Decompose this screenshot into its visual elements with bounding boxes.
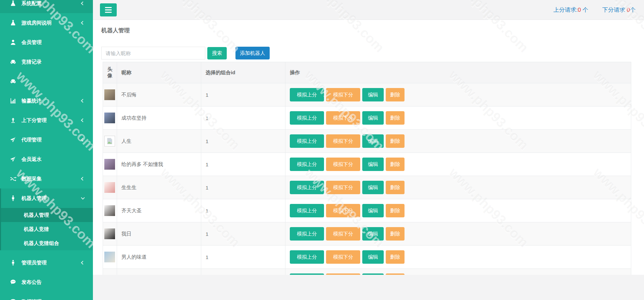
actions-cell: 模拟上分模拟下分编辑删除 (285, 106, 631, 130)
sidebar-subitem-robot-guess[interactable]: 机器人竞猜 (1, 222, 93, 236)
edit-button[interactable]: 编辑 (362, 204, 384, 217)
sidebar-item-agent-management[interactable]: 代理管理 (0, 130, 93, 149)
simulate-down-button[interactable]: 模拟下分 (326, 134, 360, 148)
nickname-cell: 生生生 (117, 176, 201, 199)
nickname-cell (117, 269, 201, 275)
sidebar-subitem-robot-management[interactable]: 机器人管理 (1, 208, 93, 222)
chevron-left-icon (81, 138, 85, 141)
actions-cell: 模拟上分模拟下分编辑删除 (285, 130, 631, 153)
edit-button[interactable]: 编辑 (362, 250, 384, 264)
sidebar-item-data-cleaning[interactable]: 数据清理 (0, 292, 93, 300)
avatar-cell (103, 199, 117, 222)
delete-button[interactable]: 删除 (386, 227, 405, 241)
delete-button[interactable]: 删除 (386, 273, 405, 275)
sidebar-menu: 系统配置 游戏房间说明 会员管理 竞猜记录 输赢统计 上下分管理 (0, 0, 93, 300)
robot-avatar (104, 228, 115, 239)
simulate-up-button[interactable]: 模拟上分 (290, 88, 324, 101)
sidebar-item-system-config[interactable]: 系统配置 (0, 0, 93, 13)
sidebar-item-robot-management[interactable]: 机器人管理 (1, 188, 93, 208)
edit-button[interactable]: 编辑 (362, 227, 384, 241)
paper-plane-icon (9, 156, 17, 163)
avatar-cell (103, 83, 117, 106)
nickname-search-input[interactable] (101, 47, 205, 59)
simulate-up-button[interactable]: 模拟上分 (290, 273, 324, 275)
avatar-cell (103, 153, 117, 176)
actions-cell: 模拟上分模拟下分编辑删除 (285, 222, 631, 246)
avatar-cell (103, 222, 117, 246)
delete-button[interactable]: 删除 (386, 88, 405, 101)
combo-id-cell: 1 (201, 153, 285, 176)
robot-avatar (104, 159, 115, 170)
simulate-up-button[interactable]: 模拟上分 (290, 134, 324, 148)
delete-button[interactable]: 删除 (386, 204, 405, 217)
simulate-up-button[interactable]: 模拟上分 (290, 158, 324, 171)
delete-button[interactable]: 删除 (386, 111, 405, 125)
nickname-cell: 成功在坚持 (117, 106, 201, 130)
sidebar-item-data-collection[interactable]: 数据采集 (0, 169, 93, 188)
actions-cell: 模拟上分模拟下分编辑删除 (285, 176, 631, 199)
robot-avatar (104, 182, 115, 193)
sidebar-item-car[interactable] (0, 72, 93, 91)
delete-button[interactable]: 删除 (386, 250, 405, 264)
sidebar: 系统配置 游戏房间说明 会员管理 竞猜记录 输赢统计 上下分管理 (0, 0, 93, 300)
flask-icon (9, 19, 17, 26)
table-row: 我日1模拟上分模拟下分编辑删除 (103, 222, 631, 246)
person-icon (9, 195, 17, 202)
sidebar-item-win-loss-stats[interactable]: 输赢统计 (0, 91, 93, 111)
sidebar-item-label: 代理管理 (21, 137, 42, 143)
up-request-count: 0 (578, 7, 581, 13)
sidebar-item-label: 会员返水 (21, 156, 42, 163)
simulate-up-button[interactable]: 模拟上分 (290, 111, 324, 125)
sidebar-item-label: 机器人管理 (21, 195, 47, 202)
sidebar-subitem-robot-guess-combo[interactable]: 机器人竞猜组合 (1, 236, 93, 250)
simulate-down-button[interactable]: 模拟下分 (326, 227, 360, 241)
simulate-up-button[interactable]: 模拟上分 (290, 250, 324, 264)
edit-button[interactable]: 编辑 (362, 273, 384, 275)
simulate-down-button[interactable]: 模拟下分 (326, 250, 360, 264)
delete-button[interactable]: 删除 (386, 134, 405, 148)
search-button[interactable]: 搜索 (207, 47, 227, 59)
down-score-request-link[interactable]: 下分请求 0个 (602, 6, 636, 14)
edit-button[interactable]: 编辑 (362, 181, 384, 194)
header-actions: 操作 (285, 62, 631, 83)
avatar-cell (103, 269, 117, 275)
sidebar-item-member-management[interactable]: 会员管理 (0, 33, 93, 52)
add-robot-button[interactable]: 添加机器人 (235, 47, 270, 59)
delete-button[interactable]: 删除 (386, 158, 405, 171)
sidebar-subitem-label: 机器人竞猜组合 (24, 240, 59, 247)
edit-button[interactable]: 编辑 (362, 158, 384, 171)
robots-table: 头像 昵称 选择的组合id 操作 不后悔1模拟上分模拟下分编辑删除成功在坚持1模… (103, 62, 631, 275)
simulate-up-button[interactable]: 模拟上分 (290, 181, 324, 194)
delete-button[interactable]: 删除 (386, 181, 405, 194)
sidebar-item-guess-records[interactable]: 竞猜记录 (0, 52, 93, 72)
combo-id-cell: 1 (201, 246, 285, 269)
table-row: 齐天大圣1模拟上分模拟下分编辑删除 (103, 199, 631, 222)
simulate-down-button[interactable]: 模拟下分 (326, 181, 360, 194)
simulate-up-button[interactable]: 模拟上分 (290, 227, 324, 241)
sidebar-item-admin-management[interactable]: 管理员管理 (0, 253, 93, 272)
up-score-request-link[interactable]: 上分请求:0 个 (553, 6, 588, 14)
table-row: 男人的味道1模拟上分模拟下分编辑删除 (103, 246, 631, 269)
simulate-up-button[interactable]: 模拟上分 (290, 204, 324, 217)
table-row: 给的再多 不如懂我1模拟上分模拟下分编辑删除 (103, 153, 631, 176)
sidebar-item-score-management[interactable]: 上下分管理 (0, 111, 93, 130)
avatar-cell (103, 246, 117, 269)
flask-icon (9, 0, 17, 7)
avatar-cell (103, 106, 117, 130)
sidebar-item-label: 竞猜记录 (21, 59, 42, 65)
edit-button[interactable]: 编辑 (362, 111, 384, 125)
sidebar-item-publish-announcement[interactable]: 发布公告 (0, 272, 93, 292)
simulate-down-button[interactable]: 模拟下分 (326, 88, 360, 101)
simulate-down-button[interactable]: 模拟下分 (326, 204, 360, 217)
simulate-down-button[interactable]: 模拟下分 (326, 158, 360, 171)
sidebar-toggle-button[interactable] (100, 3, 117, 16)
simulate-down-button[interactable]: 模拟下分 (326, 273, 360, 275)
sidebar-item-member-rebate[interactable]: 会员返水 (0, 149, 93, 169)
combo-id-cell: 1 (201, 106, 285, 130)
avatar-cell (103, 130, 117, 153)
simulate-down-button[interactable]: 模拟下分 (326, 111, 360, 125)
chevron-left-icon (81, 177, 85, 180)
sidebar-item-game-room-info[interactable]: 游戏房间说明 (0, 13, 93, 33)
edit-button[interactable]: 编辑 (362, 134, 384, 148)
edit-button[interactable]: 编辑 (362, 88, 384, 101)
